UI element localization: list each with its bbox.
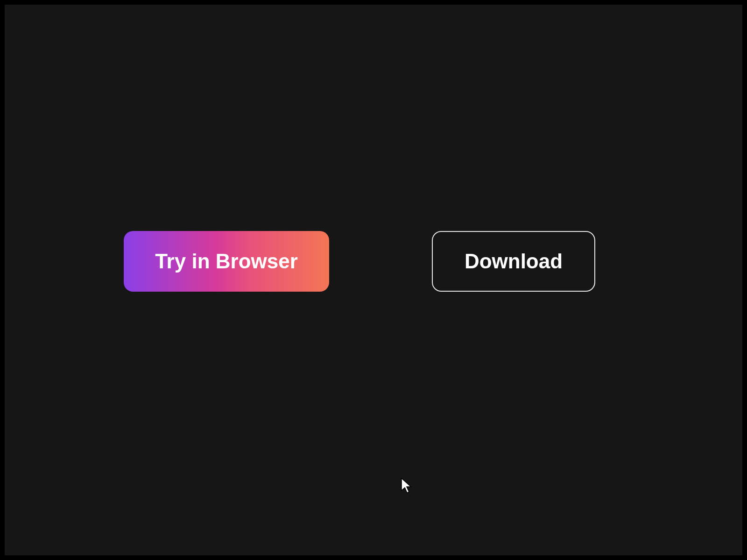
page-background: Try in Browser Download — [5, 5, 742, 555]
button-row: Try in Browser Download — [124, 231, 595, 292]
try-in-browser-button[interactable]: Try in Browser — [124, 231, 329, 292]
try-in-browser-label: Try in Browser — [155, 250, 298, 273]
download-label: Download — [465, 250, 563, 273]
download-button[interactable]: Download — [432, 231, 595, 292]
